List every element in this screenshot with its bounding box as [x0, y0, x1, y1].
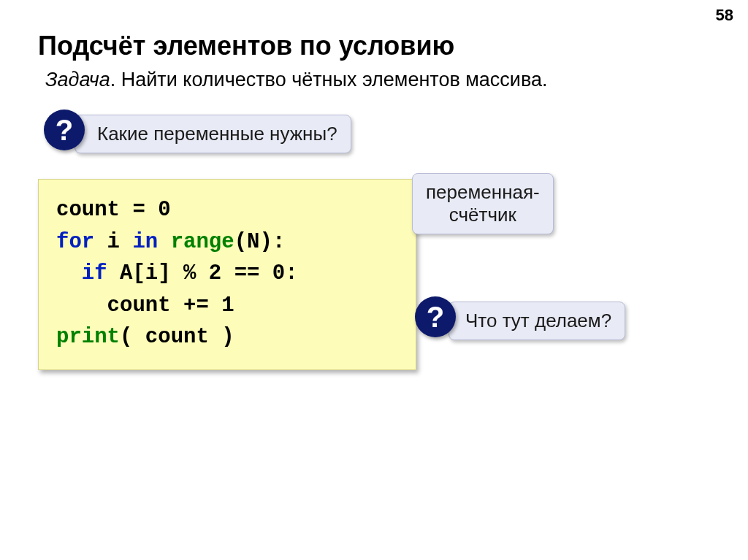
code-line-5: print( count ) — [56, 321, 398, 353]
code-line-4: count += 1 — [56, 290, 398, 322]
code-text: A[i] % 2 == 0: — [107, 261, 298, 285]
question-mark-icon: ? — [44, 110, 85, 150]
code-keyword: in — [132, 230, 158, 254]
code-line-3: if A[i] % 2 == 0: — [56, 258, 398, 290]
callout-what-doing: Что тут делаем? — [449, 302, 625, 340]
code-line-1: count = 0 — [56, 194, 398, 226]
slide-title: Подсчёт элементов по условию — [38, 31, 454, 61]
code-block: count = 0 for i in range(N): if A[i] % 2… — [38, 179, 416, 370]
code-text: count += 1 — [56, 294, 234, 318]
callout-1-text: Какие переменные нужны? — [97, 123, 337, 145]
code-text: ( count ) — [120, 325, 234, 349]
page-number: 58 — [716, 6, 733, 25]
code-keyword: for — [56, 230, 94, 254]
code-function: print — [56, 325, 120, 349]
code-keyword: if — [56, 261, 107, 285]
code-text: i — [94, 230, 132, 254]
task-text: . Найти количество чётных элементов масс… — [110, 69, 548, 91]
code-text: count = 0 — [56, 198, 171, 222]
code-function: range — [158, 230, 234, 254]
task-line: Задача. Найти количество чётных элементо… — [45, 69, 548, 91]
callout-counter-variable: переменная- счётчик — [412, 173, 554, 234]
callout-3-text: Что тут делаем? — [465, 310, 611, 331]
callout-variables-needed: Какие переменные нужны? — [75, 115, 351, 153]
code-text: (N): — [234, 230, 286, 254]
question-mark-icon: ? — [415, 296, 456, 337]
callout-2-line2: счётчик — [449, 204, 516, 226]
task-label: Задача — [45, 69, 110, 91]
callout-2-line1: переменная- — [426, 181, 540, 203]
code-line-2: for i in range(N): — [56, 226, 398, 258]
